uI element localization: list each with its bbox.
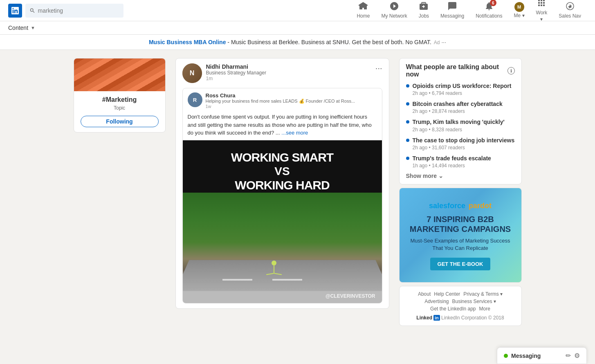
news-headline-0[interactable]: Opioids crimp US workforce: Report — [413, 82, 512, 90]
footer-link-privacy[interactable]: Privacy & Terms ▾ — [463, 291, 503, 297]
news-meta-4: 1h ago • 14,494 readers — [406, 163, 515, 169]
feed: N Nidhi Dharmani Business Strategy Manag… — [175, 58, 389, 326]
messaging-settings-icon[interactable]: ⚙ — [574, 352, 580, 360]
ad-text: - Music Business at Berklee. Business at… — [226, 39, 431, 45]
news-item-0: Opioids crimp US workforce: Report 2h ag… — [406, 82, 515, 96]
news-headline-2[interactable]: Trump, Kim talks moving 'quickly' — [413, 118, 505, 126]
news-card-title: What people are talking about now — [406, 63, 508, 78]
search-input[interactable] — [38, 7, 119, 14]
hashtag-card-body: #Marketing Topic Following — [74, 91, 165, 132]
post-author-title: Business Strategy Manager — [206, 70, 371, 76]
post-meta: Nidhi Dharmani Business Strategy Manager… — [206, 63, 371, 81]
news-item-2: Trump, Kim talks moving 'quickly' 2h ago… — [406, 118, 515, 132]
nav-item-salesnav[interactable]: Sales Nav — [553, 0, 587, 21]
footer-link-advertising[interactable]: Advertising — [424, 299, 449, 304]
footer-logo: Linkedin LinkedIn Corporation © 2018 — [406, 315, 515, 321]
inner-post-avatar: R — [188, 92, 202, 107]
ad-logo: salesforce pardot — [429, 202, 492, 210]
nav-item-me[interactable]: M Me ▾ — [508, 0, 530, 21]
news-meta-3: 2h ago • 31,607 readers — [406, 145, 515, 151]
nav-item-notifications[interactable]: 6 Notifications — [470, 0, 508, 21]
inner-post-name: Ross Chura — [206, 92, 355, 99]
hashtag-card-image — [74, 58, 165, 91]
image-text-vs: VS — [191, 165, 374, 178]
footer-card: About Help Center Privacy & Terms ▾ Adve… — [399, 286, 522, 326]
post-body: R Ross Chura Helping your business find … — [176, 88, 389, 308]
messaging-bar[interactable]: Messaging ✏ ⚙ — [497, 347, 587, 364]
left-sidebar: #Marketing Topic Following — [74, 58, 166, 326]
news-info-icon[interactable]: ℹ — [507, 67, 514, 74]
content-filter-arrow-icon: ▼ — [31, 25, 35, 30]
messaging-icons: ✏ ⚙ — [566, 352, 580, 360]
search-bar[interactable] — [25, 4, 123, 18]
image-watermark: @CLEVERINVESTOR — [326, 293, 375, 299]
ad-dots[interactable]: ··· — [441, 39, 446, 45]
news-meta-1: 2h ago • 28,874 readers — [406, 108, 515, 114]
following-button[interactable]: Following — [81, 116, 159, 127]
news-card-header: What people are talking about now ℹ — [406, 63, 515, 78]
news-headline-1[interactable]: Bitcoin crashes after cyberattack — [413, 100, 503, 108]
nav-item-messaging[interactable]: Messaging — [435, 0, 470, 21]
ad-link[interactable]: Music Business MBA Online — [149, 39, 226, 45]
post-card: N Nidhi Dharmani Business Strategy Manag… — [175, 58, 389, 309]
nav-item-work[interactable]: Work ▾ — [530, 0, 553, 21]
news-dot-2 — [406, 120, 409, 124]
footer-link-about[interactable]: About — [418, 291, 431, 297]
ad-label: Ad — [434, 40, 440, 45]
inner-post-text: Don't confuse time spent vs output. If y… — [183, 113, 382, 140]
inner-post-header: R Ross Chura Helping your business find … — [183, 88, 382, 113]
content-filter[interactable]: Content ▼ — [0, 21, 595, 35]
news-dot-0 — [406, 84, 409, 88]
ad-cta-button[interactable]: GET THE E-BOOK — [430, 258, 491, 270]
post-author-name: Nidhi Dharmani — [206, 63, 371, 70]
messaging-compose-icon[interactable]: ✏ — [566, 352, 571, 360]
hashtag-card: #Marketing Topic Following — [74, 58, 166, 133]
ad-banner-inner: salesforce pardot 7 INSPIRING B2B MARKET… — [400, 188, 521, 282]
ad-banner: salesforce pardot 7 INSPIRING B2B MARKET… — [399, 188, 522, 283]
ad-bar: Music Business MBA Online - Music Busine… — [0, 35, 595, 50]
inner-post-meta: Ross Chura Helping your business find mo… — [206, 92, 355, 109]
ad-headline: 7 INSPIRING B2B MARKETING CAMPAIGNS — [406, 214, 515, 234]
hashtag-subtitle: Topic — [81, 105, 159, 111]
content-filter-label[interactable]: Content — [8, 25, 28, 31]
footer-links: About Help Center Privacy & Terms ▾ Adve… — [406, 291, 515, 312]
nav-item-jobs[interactable]: Jobs — [413, 0, 435, 21]
post-image-header: WORKING SMART VS WORKING HARD — [183, 140, 382, 193]
news-headline-4[interactable]: Trump's trade feuds escalate — [413, 155, 491, 162]
news-item-3: The case to stop doing job interviews 2h… — [406, 137, 515, 151]
main-layout: #Marketing Topic Following N Nidhi Dharm… — [67, 50, 528, 334]
post-image-photo: @CLEVERINVESTOR — [183, 193, 382, 303]
news-meta-2: 2h ago • 8,328 readers — [406, 127, 515, 133]
linkedin-logo[interactable] — [8, 4, 22, 18]
post-options-button[interactable]: ··· — [375, 63, 382, 73]
image-text-line2: WORKING HARD — [191, 178, 374, 193]
show-more-button[interactable]: Show more ⌄ — [406, 173, 515, 179]
footer-link-business[interactable]: Business Services ▾ — [452, 299, 496, 304]
inner-post-title: Helping your business find more sales LE… — [206, 99, 355, 104]
right-sidebar: What people are talking about now ℹ Opio… — [399, 58, 522, 326]
news-meta-0: 2h ago • 6,794 readers — [406, 90, 515, 96]
news-dot-4 — [406, 157, 409, 160]
see-more-link[interactable]: ...see more — [281, 130, 308, 136]
news-card: What people are talking about now ℹ Opio… — [399, 58, 522, 184]
messaging-label: Messaging — [511, 353, 562, 359]
footer-link-more[interactable]: More — [479, 306, 490, 312]
hashtag-title: #Marketing — [81, 96, 159, 103]
search-icon — [29, 7, 36, 14]
nav-items: Home My Network Jobs Messaging — [351, 0, 587, 21]
inner-post: R Ross Chura Helping your business find … — [182, 88, 382, 303]
footer-link-help[interactable]: Help Center — [434, 291, 460, 297]
news-item-1: Bitcoin crashes after cyberattack 2h ago… — [406, 100, 515, 114]
post-author-avatar: N — [182, 63, 202, 83]
post-header: N Nidhi Dharmani Business Strategy Manag… — [176, 58, 389, 88]
footer-link-app[interactable]: Get the LinkedIn app — [430, 306, 476, 312]
news-dot-3 — [406, 139, 409, 142]
navbar: Home My Network Jobs Messaging — [0, 0, 595, 21]
nav-item-home[interactable]: Home — [351, 0, 375, 21]
nav-item-mynetwork[interactable]: My Network — [375, 0, 413, 21]
image-text-line1: WORKING SMART — [191, 150, 374, 165]
news-headline-3[interactable]: The case to stop doing job interviews — [413, 137, 515, 144]
inner-post-time: 1w — [206, 104, 355, 109]
messaging-status-dot — [504, 354, 508, 358]
post-author-time: 1m — [206, 76, 371, 81]
